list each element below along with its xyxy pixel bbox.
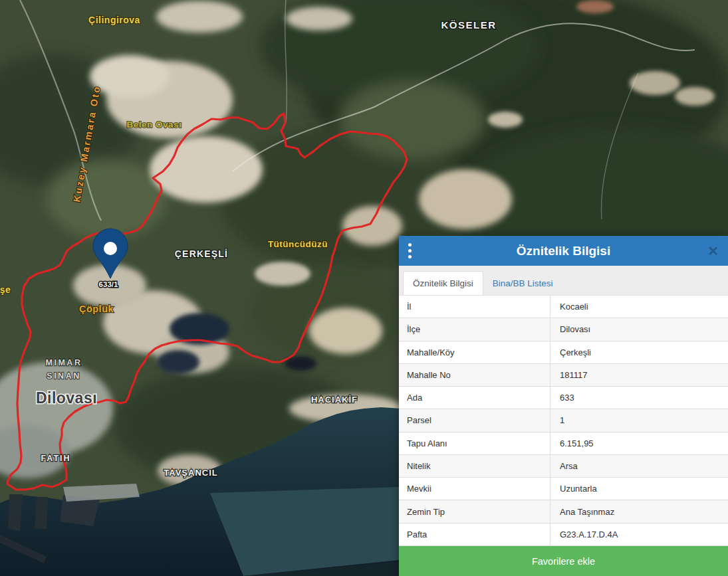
map-place-label: Çöplük — [79, 304, 114, 314]
attribute-value: Çerkeşli — [550, 347, 728, 357]
map-viewport[interactable]: KÖSELERÇilingirovaKuzey Marmara OtoBelen… — [0, 0, 728, 576]
attribute-label: Mahalle/Köy — [399, 341, 550, 363]
attribute-row: Mahalle/KöyÇerkeşli — [399, 341, 728, 364]
attribute-value: Ana Taşınmaz — [550, 507, 728, 517]
map-place-label: KÖSELER — [441, 19, 496, 31]
marker-parcel-label: 633/1 — [99, 280, 118, 288]
map-place-label: Çilingirova — [88, 15, 140, 25]
attribute-label: Zemin Tip — [399, 500, 550, 522]
map-place-label: HACIAKİF — [311, 395, 358, 405]
map-place-label: SINAN — [47, 371, 80, 381]
menu-dots-icon[interactable] — [408, 243, 428, 258]
attribute-value: G23.A.17.D.4A — [550, 529, 728, 539]
tab-bina-bb-listesi[interactable]: Bina/BB Listesi — [483, 272, 562, 295]
attribute-label: Mevkii — [399, 478, 550, 500]
map-place-label: TAVŞANCIL — [164, 468, 217, 478]
attribute-value: Dilovası — [550, 324, 728, 334]
map-place-label: MIMAR — [46, 358, 82, 367]
map-place-label: FATIH — [41, 454, 70, 463]
attribute-row: Ada633 — [399, 387, 728, 409]
attribute-label: Nitelik — [399, 455, 550, 477]
attribute-row: NitelikArsa — [399, 455, 728, 478]
attribute-row: PaftaG23.A.17.D.4A — [399, 524, 728, 546]
attribute-row: MevkiiUzuntarla — [399, 478, 728, 500]
attribute-value: Kocaeli — [550, 302, 728, 312]
attribute-label: İl — [399, 296, 550, 318]
panel-header: Öznitelik Bilgisi ✕ — [399, 236, 728, 266]
favorites-button[interactable]: Favorilere ekle — [399, 546, 728, 576]
attribute-label: Parsel — [399, 409, 550, 431]
attribute-row: Parsel1 — [399, 409, 728, 432]
map-place-label: ÇERKEŞLİ — [175, 248, 228, 259]
attribute-value: 181117 — [550, 370, 728, 380]
close-icon[interactable]: ✕ — [707, 244, 719, 258]
attribute-table: İlKocaeliİlçeDilovasıMahalle/KöyÇerkeşli… — [399, 296, 728, 546]
attribute-label: Pafta — [399, 524, 550, 545]
attribute-value: Arsa — [550, 461, 728, 471]
map-place-label: Tütüncüdüzü — [268, 239, 328, 249]
tab-bar: Öznitelik Bilgisi Bina/BB Listesi — [399, 266, 728, 296]
attribute-label: İlçe — [399, 318, 550, 340]
attribute-label: Mahalle No — [399, 364, 550, 386]
attribute-row: Tapu Alanı6.151,95 — [399, 432, 728, 455]
attribute-row: İlçeDilovası — [399, 318, 728, 341]
map-place-label: şe — [0, 284, 11, 295]
attribute-row: İlKocaeli — [399, 296, 728, 318]
attribute-row: Mahalle No181117 — [399, 364, 728, 387]
attribute-label: Ada — [399, 387, 550, 409]
map-place-label: Belen Ovası — [127, 120, 182, 130]
panel-title: Öznitelik Bilgisi — [399, 244, 728, 258]
map-place-label: Dilovası — [36, 389, 97, 407]
attribute-value: 633 — [550, 393, 728, 403]
attribute-row: Zemin TipAna Taşınmaz — [399, 500, 728, 523]
attribute-value: Uzuntarla — [550, 484, 728, 494]
tab-oznitelik-bilgisi[interactable]: Öznitelik Bilgisi — [403, 271, 483, 295]
attribute-value: 6.151,95 — [550, 438, 728, 448]
attribute-value: 1 — [550, 415, 728, 425]
attribute-panel: Öznitelik Bilgisi ✕ Öznitelik Bilgisi Bi… — [399, 236, 728, 576]
attribute-label: Tapu Alanı — [399, 432, 550, 454]
